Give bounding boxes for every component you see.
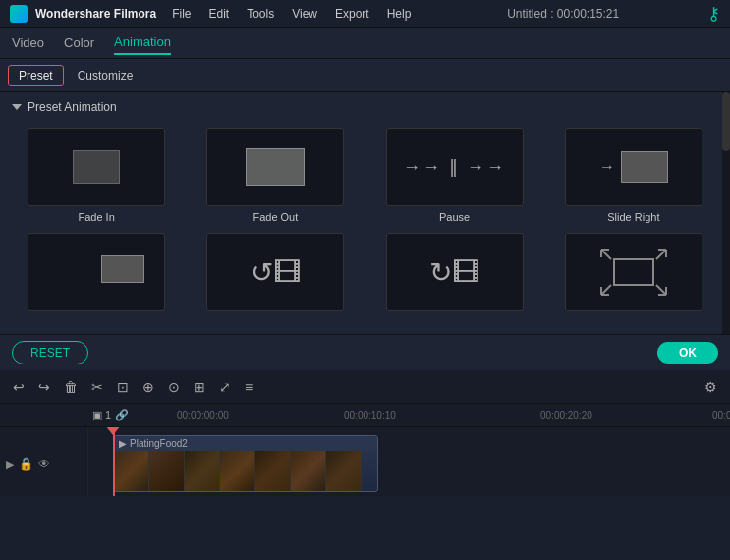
section-title-label: Preset Animation	[28, 100, 117, 114]
eye-icon[interactable]: 👁	[38, 457, 50, 471]
redo-icon[interactable]: ↪	[35, 376, 53, 398]
menu-view[interactable]: View	[284, 5, 325, 23]
clip-thumbnails	[114, 451, 377, 491]
svg-line-4	[656, 250, 666, 259]
clip-play-icon: ▶	[119, 438, 127, 449]
anim-item-pause[interactable]: →→ ‖ →→ Pause	[370, 128, 539, 223]
menu-tools[interactable]: Tools	[239, 5, 282, 23]
app-name: Wondershare Filmora	[35, 7, 156, 21]
reset-button[interactable]: RESET	[12, 341, 88, 364]
menu-export[interactable]: Export	[327, 5, 377, 23]
playhead-line	[113, 427, 115, 496]
undo-icon[interactable]: ↩	[10, 376, 28, 398]
sub-tab-bar: Preset Customize	[0, 59, 730, 92]
svg-line-1	[601, 250, 611, 259]
collapse-icon[interactable]	[12, 104, 22, 110]
anim-thumb-row2b: ↺🎞	[206, 233, 344, 311]
buttons-area: RESET OK	[0, 334, 730, 370]
tab-animation[interactable]: Animation	[114, 30, 171, 55]
anim-item-row2d[interactable]	[549, 233, 718, 316]
expand-screen-icon[interactable]: ⤢	[216, 376, 234, 398]
menu-edit[interactable]: Edit	[200, 5, 237, 23]
ruler-mark-3: 00:00:31:06	[712, 410, 730, 420]
fadein-rect	[73, 150, 120, 184]
menu-help[interactable]: Help	[379, 5, 420, 23]
anim-thumb-row2d	[565, 233, 702, 311]
slideright-rect	[621, 151, 668, 183]
anim-thumb-fadein	[28, 128, 165, 206]
arrow-right-icon: →	[599, 158, 615, 176]
track-labels: ▶ 🔒 👁	[0, 427, 88, 496]
timeline-ruler: ▣ 1 🔗 00:00:00:00 00:00:10:10 00:00:20:2…	[0, 404, 730, 427]
ok-button[interactable]: OK	[657, 342, 718, 364]
clip-thumb-6	[291, 451, 326, 491]
ruler-mark-2: 00:00:20:20	[540, 410, 592, 420]
lock-icon[interactable]: 🔒	[19, 457, 33, 471]
adjust-icon[interactable]: ≡	[242, 376, 255, 398]
ruler-mark-1: 00:00:10:10	[344, 410, 396, 420]
toolbar: ↩ ↪ 🗑 ✂ ⊡ ⊕ ⊙ ⊞ ⤢ ≡ ⚙	[0, 370, 730, 404]
sub-tab-customize[interactable]: Customize	[68, 66, 143, 85]
grid-icon[interactable]: ⊞	[191, 376, 208, 398]
anim-item-fadeout[interactable]: Fade Out	[191, 128, 360, 223]
video-clip[interactable]: ▶ PlatingFood2	[113, 435, 378, 492]
headphone-icon: ⚷	[707, 3, 720, 25]
svg-rect-0	[614, 259, 653, 285]
animation-area: Preset Animation Fade In Fade Out →→ ‖ →…	[0, 92, 730, 334]
scrollbar-track[interactable]	[722, 92, 730, 334]
track-label-row: ▶ 🔒 👁	[0, 431, 87, 496]
clip-thumb-5	[255, 451, 291, 491]
anim-thumb-slideright: →	[565, 128, 702, 206]
anim-item-row2b[interactable]: ↺🎞	[191, 233, 360, 316]
anim-thumb-fadeout	[206, 128, 344, 206]
link-icon: 🔗	[115, 409, 129, 421]
scrollbar-thumb[interactable]	[722, 92, 730, 151]
clip-thumb-3	[185, 451, 220, 491]
titlebar-left: Wondershare Filmora File Edit Tools View…	[10, 5, 419, 23]
clip-name: PlatingFood2	[130, 438, 188, 449]
ruler-mark-0: 00:00:00:00	[177, 410, 229, 420]
spin-icon: ↺🎞	[251, 256, 301, 289]
animation-grid: Fade In Fade Out →→ ‖ →→ Pause → Slide R…	[12, 124, 718, 326]
menu-file[interactable]: File	[164, 5, 198, 23]
delete-icon[interactable]: 🗑	[61, 376, 81, 398]
video-track-icon: ▶	[6, 458, 14, 471]
globe-icon[interactable]: ⊙	[165, 376, 183, 398]
anim-label-fadein: Fade In	[78, 211, 114, 223]
project-title: Untitled : 00:00:15:21	[507, 7, 619, 21]
anim-thumb-row2a	[28, 233, 165, 311]
crop-icon[interactable]: ⊡	[114, 376, 132, 398]
clip-thumb-1	[114, 451, 149, 491]
spin2-icon: ↻🎞	[429, 256, 479, 289]
tab-color[interactable]: Color	[64, 31, 94, 54]
settings-icon[interactable]: ⚙	[702, 376, 720, 398]
anim-item-slideright[interactable]: → Slide Right	[549, 128, 718, 223]
track-count: ▣ 1	[92, 409, 111, 421]
timeline-body: ▶ 🔒 👁 ▶ PlatingFood2	[0, 427, 730, 496]
titlebar: Wondershare Filmora File Edit Tools View…	[0, 0, 730, 28]
cut-icon[interactable]: ✂	[88, 376, 106, 398]
clip-header: ▶ PlatingFood2	[114, 436, 377, 451]
anim-item-row2c[interactable]: ↻🎞	[370, 233, 539, 316]
clip-thumb-2	[149, 451, 185, 491]
row2a-rect	[101, 255, 144, 283]
anim-item-row2a[interactable]	[12, 233, 181, 316]
tab-video[interactable]: Video	[12, 31, 44, 54]
main-tab-bar: Video Color Animation	[0, 28, 730, 59]
sub-tab-preset[interactable]: Preset	[8, 65, 64, 86]
app-logo	[10, 5, 28, 23]
ruler-marks: 00:00:00:00 00:00:10:10 00:00:20:20 00:0…	[177, 404, 730, 426]
anim-label-fadeout: Fade Out	[253, 211, 298, 223]
clip-thumb-4	[220, 451, 255, 491]
fadeout-rect	[246, 148, 305, 186]
timeline: ▣ 1 🔗 00:00:00:00 00:00:10:10 00:00:20:2…	[0, 404, 730, 496]
anim-thumb-row2c: ↻🎞	[386, 233, 524, 311]
svg-line-10	[656, 285, 666, 295]
anim-item-fadein[interactable]: Fade In	[12, 128, 181, 223]
timeline-tracks[interactable]: ▶ PlatingFood2	[88, 427, 730, 496]
zoom-icon[interactable]: ⊕	[140, 376, 157, 398]
svg-line-7	[601, 285, 611, 295]
anim-thumb-pause: →→ ‖ →→	[386, 128, 524, 206]
expand-icon	[599, 248, 668, 297]
anim-label-pause: Pause	[439, 211, 470, 223]
